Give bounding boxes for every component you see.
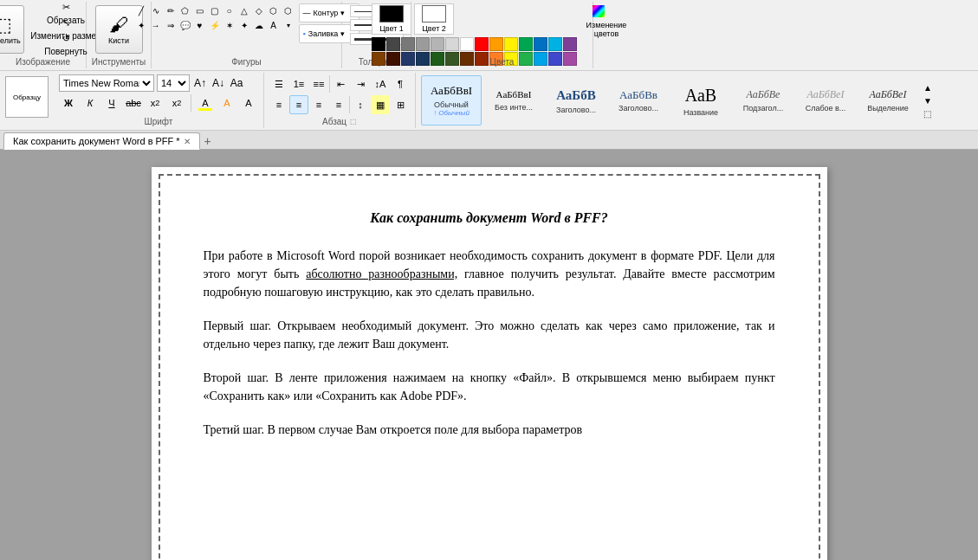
lightning-shape[interactable]: ⚡ <box>208 18 222 32</box>
increase-indent-button[interactable]: ⇥ <box>351 74 370 93</box>
sample-label: Образцу <box>13 93 41 101</box>
cloud-shape[interactable]: ☁ <box>252 18 266 32</box>
outline-icon: — <box>303 9 311 17</box>
borders-button[interactable]: ⊞ <box>391 95 410 114</box>
color-cell[interactable] <box>386 37 400 51</box>
polygon-shape[interactable]: ⬠ <box>178 3 192 17</box>
ellipse-shape[interactable]: ○ <box>223 3 236 17</box>
select-icon: ⬚ <box>0 14 12 36</box>
superscript-button[interactable]: x2 <box>167 93 186 113</box>
document-tabs: Как сохранить документ Word в PFF * ✕ + <box>0 131 978 150</box>
align-center-button[interactable]: ≡ <box>289 95 308 114</box>
underline-button[interactable]: Ч <box>102 93 121 113</box>
font-group-label: Шрифт <box>54 117 263 126</box>
hexagon-shape[interactable]: ⬡ <box>282 3 295 17</box>
align-left-button[interactable]: ≡ <box>269 95 288 114</box>
color2-label: Цвет 2 <box>422 24 446 33</box>
font-name-select[interactable]: Times New Roman <box>59 74 154 92</box>
italic-button[interactable]: К <box>81 93 100 113</box>
sample-button[interactable]: Образцу <box>5 76 49 118</box>
pentagon-shape[interactable]: ⬡ <box>267 3 281 17</box>
freeform-shape[interactable]: ✏ <box>164 3 178 17</box>
text-shape[interactable]: A <box>267 18 281 32</box>
change-colors-button[interactable]: Изменение цветов <box>580 3 632 50</box>
rotate-icon: ↺ <box>62 33 70 44</box>
more-shapes[interactable]: ▾ <box>282 18 295 32</box>
strikethrough-button[interactable]: abc <box>124 93 143 113</box>
color1-label: Цвет 1 <box>379 24 404 33</box>
doc-tab-label: Как сохранить документ Word в PFF * <box>13 136 180 146</box>
text-color-button[interactable]: A <box>196 93 215 113</box>
bold-button[interactable]: Ж <box>59 93 78 113</box>
change-colors-label: Изменение цветов <box>583 21 631 38</box>
numbering-button[interactable]: 1≡ <box>289 74 308 93</box>
font-grow-button[interactable]: A↑ <box>192 75 208 91</box>
rect-shape[interactable]: ▭ <box>193 3 207 17</box>
color-cell[interactable] <box>445 37 459 51</box>
highlight-button[interactable]: A <box>217 93 236 113</box>
multilevel-button[interactable]: ≡≡ <box>309 74 328 93</box>
color-cell[interactable] <box>563 37 577 51</box>
star4-shape[interactable]: ✦ <box>237 18 251 32</box>
heart-shape[interactable]: ♥ <box>193 18 207 32</box>
star6-shape[interactable]: ✶ <box>223 18 236 32</box>
style-title[interactable]: АаB Название <box>670 75 731 126</box>
shading-button[interactable]: ▦ <box>371 95 390 114</box>
add-tab-button[interactable]: + <box>200 133 216 149</box>
document-paragraph-4: Третий шаг. В первом случае Вам откроетс… <box>204 421 775 439</box>
font-shrink-button[interactable]: A↓ <box>210 75 226 91</box>
color-cell[interactable] <box>372 37 385 51</box>
doc-tab-active[interactable]: Как сохранить документ Word в PFF * ✕ <box>3 132 200 150</box>
document-paragraph-2: Первый шаг. Открываем необходимый докуме… <box>204 317 775 353</box>
styles-scroll-up[interactable]: ▲ ▼ ⬚ <box>920 83 936 119</box>
resize-icon: ⤡ <box>62 17 70 29</box>
sort-button[interactable]: ↕A <box>371 74 390 93</box>
diamond-shape[interactable]: ◇ <box>252 3 266 17</box>
color-cell[interactable] <box>401 37 415 51</box>
color-cell[interactable] <box>534 37 547 51</box>
triangle-shape[interactable]: △ <box>237 3 251 17</box>
arrow-shape[interactable]: → <box>149 18 163 32</box>
font-color-button[interactable]: A <box>239 93 258 113</box>
subscript-button[interactable]: x2 <box>146 93 165 113</box>
color-cell[interactable] <box>386 52 400 66</box>
align-right-button[interactable]: ≡ <box>309 95 328 114</box>
curve-shape[interactable]: ∿ <box>149 3 163 17</box>
crop-icon: ✂ <box>62 2 70 13</box>
color-cell[interactable] <box>372 52 385 66</box>
color-cell[interactable] <box>475 37 489 51</box>
fill-icon: ▪ <box>303 29 306 38</box>
round-rect-shape[interactable]: ▢ <box>208 3 222 17</box>
colors-group-label: Цвета <box>411 57 593 67</box>
image-group-label: Изображение <box>0 57 86 67</box>
font-size-select[interactable]: 14 <box>157 74 190 92</box>
document-paragraph-1: При работе в Microsoft Word порой возник… <box>204 247 775 301</box>
decrease-indent-button[interactable]: ⇤ <box>331 74 350 93</box>
document-title: Как сохранить документ Word в PFF? <box>204 202 775 226</box>
select-button[interactable]: ⬚ Выделить <box>0 5 24 54</box>
color-cell[interactable] <box>416 37 430 51</box>
style-subtitle[interactable]: АаБбВе Подзагол... <box>733 75 793 126</box>
bullets-button[interactable]: ☰ <box>269 74 288 93</box>
show-marks-button[interactable]: ¶ <box>391 74 410 93</box>
star5-shape[interactable]: ✦ <box>134 18 148 32</box>
para-expand-icon[interactable]: ⬚ <box>350 118 357 126</box>
color-cell[interactable] <box>431 37 444 51</box>
style-weak[interactable]: АаБбВеI Слабое в... <box>795 75 856 126</box>
line-shape[interactable]: ╱ <box>134 3 148 17</box>
color-cell[interactable] <box>519 37 533 51</box>
arrow2-shape[interactable]: ⇒ <box>164 18 178 32</box>
color-cell[interactable] <box>489 37 503 51</box>
document-page[interactable]: Как сохранить документ Word в PFF? При р… <box>152 167 827 560</box>
color-cell[interactable] <box>460 37 474 51</box>
callout-shape[interactable]: 💬 <box>178 18 192 32</box>
style-highlight[interactable]: АаБбВеI Выделение <box>858 75 918 126</box>
clear-format-button[interactable]: Aa <box>229 75 244 91</box>
color-cell[interactable] <box>548 37 562 51</box>
color1-button[interactable]: Цвет 1 <box>372 3 411 35</box>
color2-button[interactable]: Цвет 2 <box>414 3 454 35</box>
color-cell[interactable] <box>504 37 518 51</box>
doc-tab-close[interactable]: ✕ <box>184 137 191 146</box>
line-spacing-button[interactable]: ↕ <box>351 95 370 114</box>
align-justify-button[interactable]: ≡ <box>329 95 348 114</box>
